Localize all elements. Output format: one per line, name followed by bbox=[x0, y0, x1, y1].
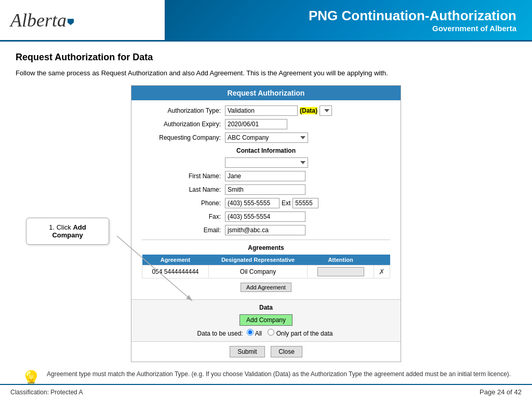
delete-cell: ✗ bbox=[374, 265, 390, 278]
section-title: Request Authorization for Data bbox=[16, 52, 516, 63]
radio-all-text: All bbox=[255, 330, 262, 337]
data-use-label: Data to be used: bbox=[197, 330, 243, 337]
email-input[interactable] bbox=[225, 225, 305, 235]
request-authorization-form: Request Authorization Authorization Type… bbox=[131, 85, 401, 362]
classification-label: Classification: Protected A bbox=[10, 389, 83, 396]
radio-part[interactable] bbox=[268, 329, 274, 336]
agreement-rep: Oil Company bbox=[208, 265, 307, 278]
fax-row: Fax: bbox=[142, 211, 390, 222]
callout-box: 1. Click Add Company bbox=[26, 218, 109, 245]
page-footer: Classification: Protected A Page 24 of 4… bbox=[0, 384, 532, 399]
radio-all-label[interactable]: All bbox=[247, 330, 263, 337]
auth-type-dropdown[interactable] bbox=[320, 105, 332, 116]
ext-input[interactable] bbox=[292, 198, 318, 208]
auth-type-input[interactable] bbox=[225, 105, 298, 116]
agreement-row: 054 5444444444 Oil Company ✗ bbox=[142, 265, 390, 278]
designated-col-header: Designated Representative bbox=[208, 255, 307, 265]
delete-col-header bbox=[374, 255, 390, 265]
callout-step: 1. Click Add Company bbox=[49, 223, 86, 239]
last-name-input[interactable] bbox=[225, 184, 305, 195]
radio-all[interactable] bbox=[247, 329, 254, 336]
agreements-section-title: Agreements bbox=[142, 244, 390, 251]
requesting-company-row: Requesting Company: ABC Company bbox=[142, 132, 390, 143]
attention-input[interactable] bbox=[317, 267, 364, 276]
email-label: Email: bbox=[142, 227, 225, 234]
data-section-title: Data bbox=[136, 304, 396, 311]
radio-part-label[interactable]: Only part of the data bbox=[268, 330, 332, 337]
intro-text: Follow the same process as Request Autho… bbox=[16, 69, 516, 77]
delete-agreement-button[interactable]: ✗ bbox=[379, 268, 385, 276]
last-name-row: Last Name: bbox=[142, 184, 390, 195]
phone-input[interactable] bbox=[225, 198, 280, 208]
first-name-input[interactable] bbox=[225, 171, 305, 181]
fax-label: Fax: bbox=[142, 213, 225, 220]
auth-expiry-label: Authorization Expiry: bbox=[142, 121, 225, 128]
agreement-number: 054 5444444444 bbox=[142, 265, 209, 278]
page-title-main: PNG Continuation-Authorization bbox=[309, 8, 516, 24]
header-title-area: PNG Continuation-Authorization Governmen… bbox=[166, 0, 532, 40]
divider-1 bbox=[142, 240, 390, 240]
title-row bbox=[142, 157, 390, 168]
auth-type-row: Authorization Type: (Data) bbox=[142, 105, 390, 116]
add-agreement-button[interactable]: Add Agreement bbox=[241, 283, 291, 292]
form-footer: Submit Close bbox=[131, 341, 401, 362]
auth-expiry-row: Authorization Expiry: bbox=[142, 119, 390, 129]
requesting-company-label: Requesting Company: bbox=[142, 134, 225, 141]
radio-part-text: Only part of the data bbox=[276, 330, 333, 337]
logo-area: Alberta bbox=[0, 0, 166, 40]
data-use-row: Data to be used: All Only part of the da… bbox=[136, 329, 396, 337]
requesting-company-select[interactable]: ABC Company bbox=[225, 132, 308, 143]
tip-text: Agreement type must match the Authorizat… bbox=[47, 369, 511, 379]
phone-label: Phone: bbox=[142, 200, 225, 207]
form-header: Request Authorization bbox=[131, 86, 401, 100]
page-number: Page 24 of 42 bbox=[480, 388, 522, 396]
logo-text: Alberta bbox=[10, 9, 74, 31]
agreement-col-header: Agreement bbox=[142, 255, 209, 265]
attention-cell bbox=[308, 265, 374, 278]
add-company-button[interactable]: Add Company bbox=[240, 314, 292, 326]
main-content: Request Authorization for Data Follow th… bbox=[0, 42, 532, 399]
close-button[interactable]: Close bbox=[271, 346, 302, 357]
form-body: Authorization Type: (Data) Authorization… bbox=[131, 100, 401, 299]
first-name-label: First Name: bbox=[142, 172, 225, 180]
phone-row: Phone: Ext bbox=[142, 198, 390, 208]
submit-button[interactable]: Submit bbox=[230, 346, 264, 357]
last-name-label: Last Name: bbox=[142, 186, 225, 193]
agreements-table: Agreement Designated Representative Atte… bbox=[142, 255, 390, 278]
page-header: Alberta PNG Continuation-Authorization G… bbox=[0, 0, 532, 42]
ext-label: Ext bbox=[282, 200, 290, 207]
add-agreement-row: Add Agreement bbox=[142, 278, 390, 294]
contact-section-title: Contact Information bbox=[142, 147, 390, 154]
data-section: Data Add Company Data to be used: All On… bbox=[131, 299, 401, 341]
email-row: Email: bbox=[142, 225, 390, 235]
fax-input[interactable] bbox=[225, 211, 305, 222]
attention-col-header: Attention bbox=[308, 255, 374, 265]
form-area: 1. Click Add Company Request Authorizati… bbox=[16, 85, 516, 362]
auth-type-label: Authorization Type: bbox=[142, 107, 225, 114]
auth-type-highlight: (Data) bbox=[300, 107, 317, 114]
auth-expiry-input[interactable] bbox=[225, 119, 287, 129]
first-name-row: First Name: bbox=[142, 171, 390, 181]
page-title-sub: Government of Alberta bbox=[432, 24, 516, 33]
title-select[interactable] bbox=[225, 157, 308, 168]
